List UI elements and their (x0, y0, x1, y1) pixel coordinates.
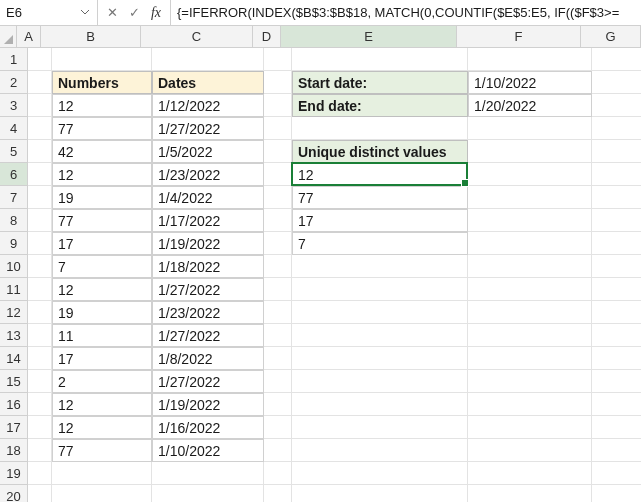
cell-A1[interactable] (28, 48, 52, 71)
cell-number-16[interactable]: 12 (52, 393, 152, 416)
cell-A6[interactable] (28, 163, 52, 186)
cell-number-12[interactable]: 19 (52, 301, 152, 324)
cell-date-9[interactable]: 1/19/2022 (152, 232, 264, 255)
cell-G2[interactable] (592, 71, 641, 94)
row-header-1[interactable]: 1 (0, 48, 28, 71)
cell-F12[interactable] (468, 301, 592, 324)
cell-F11[interactable] (468, 278, 592, 301)
chevron-down-icon[interactable] (79, 7, 91, 19)
cell-G11[interactable] (592, 278, 641, 301)
cell-date-13[interactable]: 1/27/2022 (152, 324, 264, 347)
row-header-4[interactable]: 4 (0, 117, 28, 140)
col-header-F[interactable]: F (457, 26, 581, 48)
cell-F17[interactable] (468, 416, 592, 439)
cell-G18[interactable] (592, 439, 641, 462)
cell-date-17[interactable]: 1/16/2022 (152, 416, 264, 439)
row-header-13[interactable]: 13 (0, 324, 28, 347)
cell-date-18[interactable]: 1/10/2022 (152, 439, 264, 462)
cell-D19[interactable] (264, 462, 292, 485)
cell-date-11[interactable]: 1/27/2022 (152, 278, 264, 301)
unique-value-8[interactable]: 17 (292, 209, 468, 232)
cell-D2[interactable] (264, 71, 292, 94)
cell-D17[interactable] (264, 416, 292, 439)
cell-A17[interactable] (28, 416, 52, 439)
cell-A20[interactable] (28, 485, 52, 502)
cell-A9[interactable] (28, 232, 52, 255)
cell-C20[interactable] (152, 485, 264, 502)
cell-G15[interactable] (592, 370, 641, 393)
cell-number-5[interactable]: 42 (52, 140, 152, 163)
cell-E12[interactable] (292, 301, 468, 324)
col-header-A[interactable]: A (17, 26, 41, 48)
cell-E10[interactable] (292, 255, 468, 278)
row-header-3[interactable]: 3 (0, 94, 28, 117)
cell-A18[interactable] (28, 439, 52, 462)
row-header-14[interactable]: 14 (0, 347, 28, 370)
cell-G19[interactable] (592, 462, 641, 485)
cell-G5[interactable] (592, 140, 641, 163)
cell-date-12[interactable]: 1/23/2022 (152, 301, 264, 324)
cell-number-6[interactable]: 12 (52, 163, 152, 186)
cell-G20[interactable] (592, 485, 641, 502)
cell-F15[interactable] (468, 370, 592, 393)
cell-A3[interactable] (28, 94, 52, 117)
cell-E17[interactable] (292, 416, 468, 439)
cell-C1[interactable] (152, 48, 264, 71)
fx-icon[interactable]: fx (146, 3, 166, 23)
cell-D4[interactable] (264, 117, 292, 140)
cell-A5[interactable] (28, 140, 52, 163)
cell-number-17[interactable]: 12 (52, 416, 152, 439)
row-header-2[interactable]: 2 (0, 71, 28, 94)
col-header-E[interactable]: E (281, 26, 457, 48)
cell-F16[interactable] (468, 393, 592, 416)
cell-G13[interactable] (592, 324, 641, 347)
row-header-18[interactable]: 18 (0, 439, 28, 462)
cell-F9[interactable] (468, 232, 592, 255)
row-header-16[interactable]: 16 (0, 393, 28, 416)
cell-number-13[interactable]: 11 (52, 324, 152, 347)
cell-date-14[interactable]: 1/8/2022 (152, 347, 264, 370)
cell-A8[interactable] (28, 209, 52, 232)
cell-E11[interactable] (292, 278, 468, 301)
cell-F10[interactable] (468, 255, 592, 278)
cell-number-11[interactable]: 12 (52, 278, 152, 301)
row-header-9[interactable]: 9 (0, 232, 28, 255)
cell-F4[interactable] (468, 117, 592, 140)
cell-date-10[interactable]: 1/18/2022 (152, 255, 264, 278)
row-header-10[interactable]: 10 (0, 255, 28, 278)
cell-number-8[interactable]: 77 (52, 209, 152, 232)
cell-date-4[interactable]: 1/27/2022 (152, 117, 264, 140)
cell-D14[interactable] (264, 347, 292, 370)
row-header-20[interactable]: 20 (0, 485, 28, 502)
cell-B1[interactable] (52, 48, 152, 71)
cell-G3[interactable] (592, 94, 641, 117)
value-end-date[interactable]: 1/20/2022 (468, 94, 592, 117)
cells-area[interactable]: NumbersDates121/12/2022771/27/2022421/5/… (28, 48, 641, 502)
cell-date-16[interactable]: 1/19/2022 (152, 393, 264, 416)
cell-F18[interactable] (468, 439, 592, 462)
cell-D6[interactable] (264, 163, 292, 186)
row-header-17[interactable]: 17 (0, 416, 28, 439)
row-header-15[interactable]: 15 (0, 370, 28, 393)
select-all-corner[interactable] (0, 26, 17, 48)
cell-D16[interactable] (264, 393, 292, 416)
cell-F19[interactable] (468, 462, 592, 485)
cell-D7[interactable] (264, 186, 292, 209)
cell-date-15[interactable]: 1/27/2022 (152, 370, 264, 393)
cell-number-10[interactable]: 7 (52, 255, 152, 278)
value-start-date[interactable]: 1/10/2022 (468, 71, 592, 94)
cell-G8[interactable] (592, 209, 641, 232)
cell-date-5[interactable]: 1/5/2022 (152, 140, 264, 163)
cell-number-7[interactable]: 19 (52, 186, 152, 209)
cell-B19[interactable] (52, 462, 152, 485)
cell-D1[interactable] (264, 48, 292, 71)
cell-A2[interactable] (28, 71, 52, 94)
cell-E13[interactable] (292, 324, 468, 347)
cell-A11[interactable] (28, 278, 52, 301)
cell-number-14[interactable]: 17 (52, 347, 152, 370)
enter-icon[interactable]: ✓ (124, 3, 144, 23)
cell-G6[interactable] (592, 163, 641, 186)
cell-A4[interactable] (28, 117, 52, 140)
cell-F13[interactable] (468, 324, 592, 347)
col-header-C[interactable]: C (141, 26, 253, 48)
